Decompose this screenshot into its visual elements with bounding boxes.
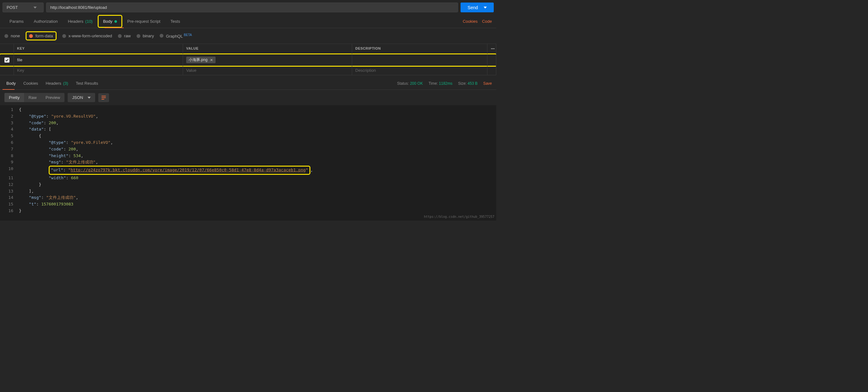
radio-icon (160, 34, 163, 38)
body-type-urlencoded[interactable]: x-www-form-urlencoded (62, 33, 112, 38)
radio-icon (136, 34, 141, 38)
body-type-formdata[interactable]: form-data (26, 31, 57, 40)
body-type-binary[interactable]: binary (136, 33, 154, 38)
response-tabs: Body Cookies Headers (3) Test Results St… (0, 77, 496, 90)
watermark: https://blog.csdn.net/github_39577257 (424, 214, 494, 219)
wrap-lines-button[interactable] (98, 93, 109, 102)
tab-authorization[interactable]: Authorization (29, 15, 63, 28)
file-chip-name: 小海豚.png (189, 57, 207, 63)
size-value: 453 B (467, 81, 477, 86)
resp-tab-underline (3, 89, 14, 90)
svg-point-1 (493, 48, 493, 49)
tab-body[interactable]: Body (98, 15, 122, 28)
radio-icon (29, 34, 33, 38)
bulk-edit-button[interactable] (488, 44, 496, 54)
headers-count: (10) (85, 19, 93, 24)
row-checkbox[interactable] (4, 58, 9, 63)
more-icon (491, 47, 495, 51)
view-preview[interactable]: Preview (41, 93, 64, 102)
radio-icon (118, 34, 122, 38)
http-method-select[interactable]: POST (3, 3, 43, 12)
svg-point-2 (494, 48, 495, 49)
tab-headers[interactable]: Headers (10) (63, 15, 98, 28)
beta-badge: BETA (184, 33, 192, 37)
chevron-down-icon (33, 7, 37, 8)
table-row-new[interactable]: Key Value Description (0, 66, 496, 75)
tab-underline (105, 28, 124, 28)
status-value: 200 OK (410, 81, 423, 86)
desc-placeholder[interactable]: Description (352, 66, 488, 75)
value-placeholder[interactable]: Value (183, 66, 352, 75)
body-active-dot-icon (115, 20, 117, 23)
cookies-link[interactable]: Cookies (463, 19, 477, 24)
table-row: file 小海豚.png ✕ (0, 54, 496, 66)
code-link[interactable]: Code (482, 19, 492, 24)
col-value: VALUE (183, 44, 352, 54)
time-value: 1182ms (439, 81, 453, 86)
key-placeholder[interactable]: Key (14, 66, 183, 75)
radio-icon (4, 34, 8, 38)
svg-point-0 (491, 48, 492, 49)
response-body[interactable]: 1{ 2 "@type": "yore.VO.ResultVO", 3 "cod… (0, 105, 496, 221)
format-select[interactable]: JSON (68, 93, 95, 102)
view-mode-group: Pretty Raw Preview (4, 93, 64, 102)
resp-headers-count: (3) (63, 81, 68, 86)
resp-tab-headers[interactable]: Headers (3) (42, 77, 72, 89)
body-type-raw[interactable]: raw (118, 33, 131, 38)
tab-tests[interactable]: Tests (165, 15, 185, 28)
save-response-button[interactable]: Save (483, 81, 494, 86)
body-type-graphql[interactable]: GraphQL BETA (160, 33, 192, 38)
chevron-down-icon (484, 7, 487, 8)
radio-icon (62, 34, 66, 38)
view-pretty[interactable]: Pretty (4, 93, 24, 102)
url-input[interactable] (46, 3, 458, 12)
col-desc: DESCRIPTION (352, 44, 488, 54)
chevron-down-icon (88, 97, 91, 99)
body-type-none[interactable]: none (4, 33, 20, 38)
formdata-table: KEY VALUE DESCRIPTION file 小海豚.png ✕ (0, 43, 496, 75)
request-tabs: Params Authorization Headers (10) Body P… (0, 15, 496, 28)
resp-tab-body[interactable]: Body (3, 77, 20, 89)
tab-prerequest[interactable]: Pre-request Script (122, 15, 166, 28)
desc-cell[interactable] (352, 54, 488, 65)
response-toolbar: Pretty Raw Preview JSON (0, 90, 496, 105)
send-button-label: Send (467, 5, 478, 10)
col-key: KEY (14, 44, 183, 54)
http-method-value: POST (7, 5, 18, 10)
send-button[interactable]: Send (461, 3, 494, 12)
remove-file-button[interactable]: ✕ (210, 58, 213, 62)
check-icon (5, 58, 9, 62)
value-cell[interactable]: 小海豚.png ✕ (183, 54, 352, 65)
resp-tab-testresults[interactable]: Test Results (72, 77, 102, 89)
tab-params[interactable]: Params (4, 15, 29, 28)
file-chip: 小海豚.png ✕ (186, 57, 216, 63)
body-type-row: none form-data x-www-form-urlencoded raw… (0, 28, 496, 43)
key-cell[interactable]: file (14, 54, 183, 65)
resp-tab-cookies[interactable]: Cookies (20, 77, 42, 89)
view-raw[interactable]: Raw (24, 93, 41, 102)
wrap-icon (101, 95, 106, 100)
